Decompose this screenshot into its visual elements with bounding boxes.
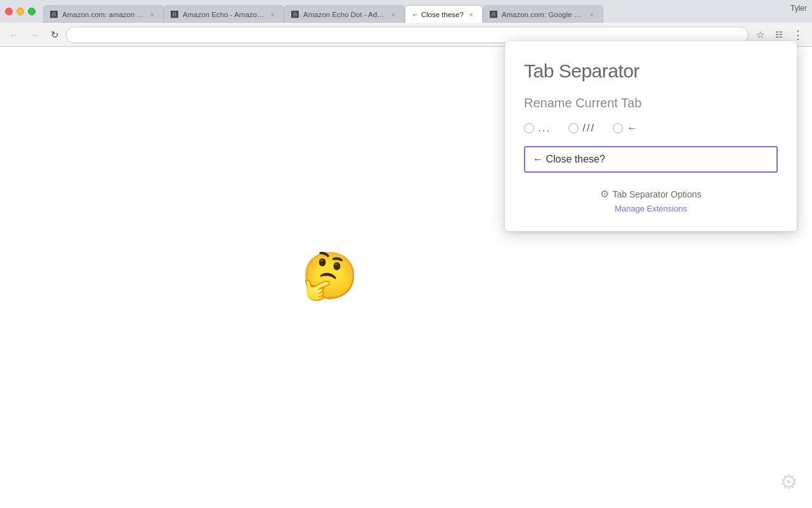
bottom-gear-icon: ⚙ (780, 470, 798, 494)
radio-label-dots: ... (538, 122, 551, 135)
back-button[interactable]: ← (5, 26, 23, 44)
close-button[interactable] (5, 8, 13, 15)
rename-input[interactable] (524, 146, 778, 173)
tab-label: Amazon Echo Dot - Add Alex... (303, 11, 386, 18)
radio-circle-slashes[interactable] (568, 123, 579, 133)
radio-label-slashes: /// (582, 122, 595, 135)
address-bar[interactable] (66, 27, 749, 43)
tab-echo-dot[interactable]: 🅰 Amazon Echo Dot - Add Alex... × (284, 5, 405, 23)
tab-favicon: 🅰 (291, 10, 300, 19)
radio-option-arrow[interactable]: ← (613, 122, 639, 135)
tab-label: Amazon.com: amazon echo (62, 11, 145, 18)
tab-favicon: 🅰 (490, 10, 499, 19)
radio-circle-dots[interactable] (524, 123, 534, 133)
radio-option-dots[interactable]: ... (524, 122, 551, 135)
radio-circle-arrow[interactable] (613, 123, 623, 133)
tab-close-button[interactable]: × (467, 10, 476, 19)
tab-favicon: 🅰 (50, 10, 59, 19)
tab-favicon: 🅰 (171, 10, 180, 19)
tab-close-button[interactable]: × (389, 10, 398, 19)
minimize-button[interactable] (16, 8, 24, 15)
tab-label: Amazon.com: Google Home... (502, 11, 584, 18)
tab-google-home[interactable]: 🅰 Amazon.com: Google Home... × (483, 5, 603, 23)
user-avatar: Tyler (790, 4, 807, 13)
user-name: Tyler (790, 4, 807, 13)
tab-close-these[interactable]: ← Close these? × (405, 5, 483, 23)
tab-amazon-office[interactable]: 🅰 Amazon Echo - Amazon Offic... × (164, 5, 284, 23)
radio-group: ... /// ← (524, 122, 778, 135)
tab-close-button[interactable]: × (587, 10, 596, 19)
title-bar: 🅰 Amazon.com: amazon echo × 🅰 Amazon Ech… (0, 0, 812, 23)
traffic-lights (5, 8, 36, 15)
manage-extensions-link[interactable]: Manage Extensions (615, 204, 687, 213)
reload-button[interactable]: ↻ (46, 26, 63, 44)
extension-popup: Tab Separator Rename Current Tab ... ///… (505, 41, 797, 231)
radio-label-arrow: ← (627, 122, 639, 135)
tab-amazon-echo[interactable]: 🅰 Amazon.com: amazon echo × (43, 5, 164, 23)
radio-option-slashes[interactable]: /// (568, 122, 595, 135)
gear-icon: ⚙ (600, 188, 609, 200)
fullscreen-button[interactable] (28, 8, 36, 15)
options-link-label: Tab Separator Options (612, 189, 701, 199)
tab-label: Amazon Echo - Amazon Offic... (183, 11, 265, 18)
forward-button[interactable]: → (25, 26, 43, 44)
popup-footer: ⚙ Tab Separator Options Manage Extension… (524, 188, 778, 213)
popup-subtitle: Rename Current Tab (524, 96, 778, 110)
tab-close-button[interactable]: × (148, 10, 157, 19)
tab-label: ← Close these? (412, 11, 464, 18)
options-link[interactable]: ⚙ Tab Separator Options (600, 188, 701, 200)
popup-title: Tab Separator (524, 60, 778, 82)
tabs-row: 🅰 Amazon.com: amazon echo × 🅰 Amazon Ech… (43, 0, 807, 23)
tab-close-button[interactable]: × (268, 10, 277, 19)
address-input[interactable] (73, 30, 742, 39)
thinking-emoji: 🤔 (301, 253, 358, 298)
chrome-frame: 🅰 Amazon.com: amazon echo × 🅰 Amazon Ech… (0, 0, 812, 47)
